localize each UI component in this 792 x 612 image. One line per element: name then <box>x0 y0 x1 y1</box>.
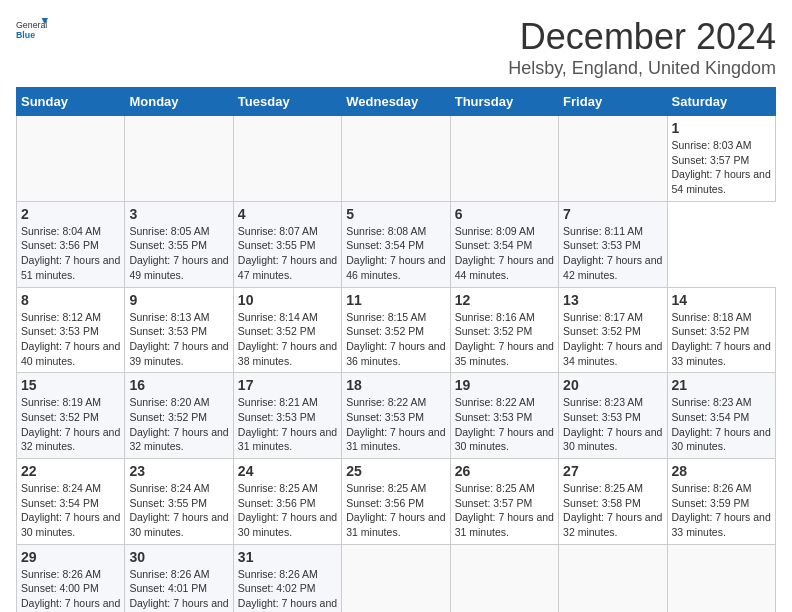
day-cell: 20Sunrise: 8:23 AMSunset: 3:53 PMDayligh… <box>559 373 667 459</box>
day-number: 13 <box>563 292 662 308</box>
day-number: 27 <box>563 463 662 479</box>
day-number: 11 <box>346 292 445 308</box>
day-cell: 29Sunrise: 8:26 AMSunset: 4:00 PMDayligh… <box>17 544 125 612</box>
day-info: Sunrise: 8:16 AMSunset: 3:52 PMDaylight:… <box>455 311 554 367</box>
day-number: 3 <box>129 206 228 222</box>
day-number: 28 <box>672 463 771 479</box>
calendar-header-thursday: Thursday <box>450 88 558 116</box>
day-cell: 25Sunrise: 8:25 AMSunset: 3:56 PMDayligh… <box>342 459 450 545</box>
day-info: Sunrise: 8:18 AMSunset: 3:52 PMDaylight:… <box>672 311 771 367</box>
empty-day-cell <box>125 116 233 202</box>
day-number: 23 <box>129 463 228 479</box>
calendar-table: SundayMondayTuesdayWednesdayThursdayFrid… <box>16 87 776 612</box>
calendar-week-row: 15Sunrise: 8:19 AMSunset: 3:52 PMDayligh… <box>17 373 776 459</box>
empty-day-cell <box>342 544 450 612</box>
calendar-header-tuesday: Tuesday <box>233 88 341 116</box>
day-info: Sunrise: 8:26 AMSunset: 4:00 PMDaylight:… <box>21 568 120 612</box>
calendar-header-saturday: Saturday <box>667 88 775 116</box>
logo: General Blue <box>16 16 48 44</box>
day-cell: 3Sunrise: 8:05 AMSunset: 3:55 PMDaylight… <box>125 201 233 287</box>
day-cell: 18Sunrise: 8:22 AMSunset: 3:53 PMDayligh… <box>342 373 450 459</box>
day-cell: 24Sunrise: 8:25 AMSunset: 3:56 PMDayligh… <box>233 459 341 545</box>
day-info: Sunrise: 8:26 AMSunset: 3:59 PMDaylight:… <box>672 482 771 538</box>
day-cell: 10Sunrise: 8:14 AMSunset: 3:52 PMDayligh… <box>233 287 341 373</box>
day-number: 4 <box>238 206 337 222</box>
day-cell: 22Sunrise: 8:24 AMSunset: 3:54 PMDayligh… <box>17 459 125 545</box>
day-cell: 27Sunrise: 8:25 AMSunset: 3:58 PMDayligh… <box>559 459 667 545</box>
calendar-week-row: 22Sunrise: 8:24 AMSunset: 3:54 PMDayligh… <box>17 459 776 545</box>
day-cell: 15Sunrise: 8:19 AMSunset: 3:52 PMDayligh… <box>17 373 125 459</box>
day-info: Sunrise: 8:13 AMSunset: 3:53 PMDaylight:… <box>129 311 228 367</box>
day-info: Sunrise: 8:25 AMSunset: 3:56 PMDaylight:… <box>346 482 445 538</box>
empty-day-cell <box>667 544 775 612</box>
day-cell: 23Sunrise: 8:24 AMSunset: 3:55 PMDayligh… <box>125 459 233 545</box>
day-cell: 13Sunrise: 8:17 AMSunset: 3:52 PMDayligh… <box>559 287 667 373</box>
day-number: 5 <box>346 206 445 222</box>
calendar-week-row: 2Sunrise: 8:04 AMSunset: 3:56 PMDaylight… <box>17 201 776 287</box>
day-info: Sunrise: 8:05 AMSunset: 3:55 PMDaylight:… <box>129 225 228 281</box>
day-info: Sunrise: 8:12 AMSunset: 3:53 PMDaylight:… <box>21 311 120 367</box>
day-info: Sunrise: 8:20 AMSunset: 3:52 PMDaylight:… <box>129 396 228 452</box>
day-number: 21 <box>672 377 771 393</box>
day-info: Sunrise: 8:08 AMSunset: 3:54 PMDaylight:… <box>346 225 445 281</box>
day-info: Sunrise: 8:11 AMSunset: 3:53 PMDaylight:… <box>563 225 662 281</box>
day-info: Sunrise: 8:15 AMSunset: 3:52 PMDaylight:… <box>346 311 445 367</box>
title-area: December 2024 Helsby, England, United Ki… <box>508 16 776 79</box>
day-cell: 21Sunrise: 8:23 AMSunset: 3:54 PMDayligh… <box>667 373 775 459</box>
day-number: 29 <box>21 549 120 565</box>
day-info: Sunrise: 8:24 AMSunset: 3:54 PMDaylight:… <box>21 482 120 538</box>
day-info: Sunrise: 8:26 AMSunset: 4:01 PMDaylight:… <box>129 568 228 612</box>
day-cell: 17Sunrise: 8:21 AMSunset: 3:53 PMDayligh… <box>233 373 341 459</box>
day-number: 2 <box>21 206 120 222</box>
day-number: 26 <box>455 463 554 479</box>
day-info: Sunrise: 8:07 AMSunset: 3:55 PMDaylight:… <box>238 225 337 281</box>
empty-day-cell <box>559 544 667 612</box>
month-title: December 2024 <box>508 16 776 58</box>
empty-day-cell <box>559 116 667 202</box>
calendar-header-wednesday: Wednesday <box>342 88 450 116</box>
day-cell: 5Sunrise: 8:08 AMSunset: 3:54 PMDaylight… <box>342 201 450 287</box>
day-cell: 1Sunrise: 8:03 AMSunset: 3:57 PMDaylight… <box>667 116 775 202</box>
calendar-header-friday: Friday <box>559 88 667 116</box>
day-number: 7 <box>563 206 662 222</box>
generalblue-logo-icon: General Blue <box>16 16 48 44</box>
calendar-week-row: 29Sunrise: 8:26 AMSunset: 4:00 PMDayligh… <box>17 544 776 612</box>
svg-text:General: General <box>16 20 47 30</box>
day-info: Sunrise: 8:22 AMSunset: 3:53 PMDaylight:… <box>346 396 445 452</box>
day-cell: 6Sunrise: 8:09 AMSunset: 3:54 PMDaylight… <box>450 201 558 287</box>
day-info: Sunrise: 8:25 AMSunset: 3:56 PMDaylight:… <box>238 482 337 538</box>
empty-day-cell <box>17 116 125 202</box>
day-info: Sunrise: 8:26 AMSunset: 4:02 PMDaylight:… <box>238 568 337 612</box>
day-info: Sunrise: 8:19 AMSunset: 3:52 PMDaylight:… <box>21 396 120 452</box>
empty-day-cell <box>450 116 558 202</box>
calendar-header-sunday: Sunday <box>17 88 125 116</box>
day-info: Sunrise: 8:17 AMSunset: 3:52 PMDaylight:… <box>563 311 662 367</box>
day-number: 17 <box>238 377 337 393</box>
day-cell: 16Sunrise: 8:20 AMSunset: 3:52 PMDayligh… <box>125 373 233 459</box>
day-number: 9 <box>129 292 228 308</box>
day-number: 15 <box>21 377 120 393</box>
day-info: Sunrise: 8:23 AMSunset: 3:53 PMDaylight:… <box>563 396 662 452</box>
calendar-week-row: 1Sunrise: 8:03 AMSunset: 3:57 PMDaylight… <box>17 116 776 202</box>
day-cell: 12Sunrise: 8:16 AMSunset: 3:52 PMDayligh… <box>450 287 558 373</box>
day-number: 10 <box>238 292 337 308</box>
day-number: 30 <box>129 549 228 565</box>
day-cell: 14Sunrise: 8:18 AMSunset: 3:52 PMDayligh… <box>667 287 775 373</box>
day-number: 1 <box>672 120 771 136</box>
empty-day-cell <box>233 116 341 202</box>
day-number: 20 <box>563 377 662 393</box>
calendar-header-row: SundayMondayTuesdayWednesdayThursdayFrid… <box>17 88 776 116</box>
day-info: Sunrise: 8:03 AMSunset: 3:57 PMDaylight:… <box>672 139 771 195</box>
day-info: Sunrise: 8:22 AMSunset: 3:53 PMDaylight:… <box>455 396 554 452</box>
day-cell: 28Sunrise: 8:26 AMSunset: 3:59 PMDayligh… <box>667 459 775 545</box>
day-info: Sunrise: 8:25 AMSunset: 3:58 PMDaylight:… <box>563 482 662 538</box>
day-info: Sunrise: 8:14 AMSunset: 3:52 PMDaylight:… <box>238 311 337 367</box>
day-cell: 4Sunrise: 8:07 AMSunset: 3:55 PMDaylight… <box>233 201 341 287</box>
day-cell: 26Sunrise: 8:25 AMSunset: 3:57 PMDayligh… <box>450 459 558 545</box>
page-header: General Blue December 2024 Helsby, Engla… <box>16 16 776 79</box>
day-cell: 19Sunrise: 8:22 AMSunset: 3:53 PMDayligh… <box>450 373 558 459</box>
empty-day-cell <box>450 544 558 612</box>
svg-text:Blue: Blue <box>16 30 35 40</box>
day-cell: 8Sunrise: 8:12 AMSunset: 3:53 PMDaylight… <box>17 287 125 373</box>
day-info: Sunrise: 8:24 AMSunset: 3:55 PMDaylight:… <box>129 482 228 538</box>
